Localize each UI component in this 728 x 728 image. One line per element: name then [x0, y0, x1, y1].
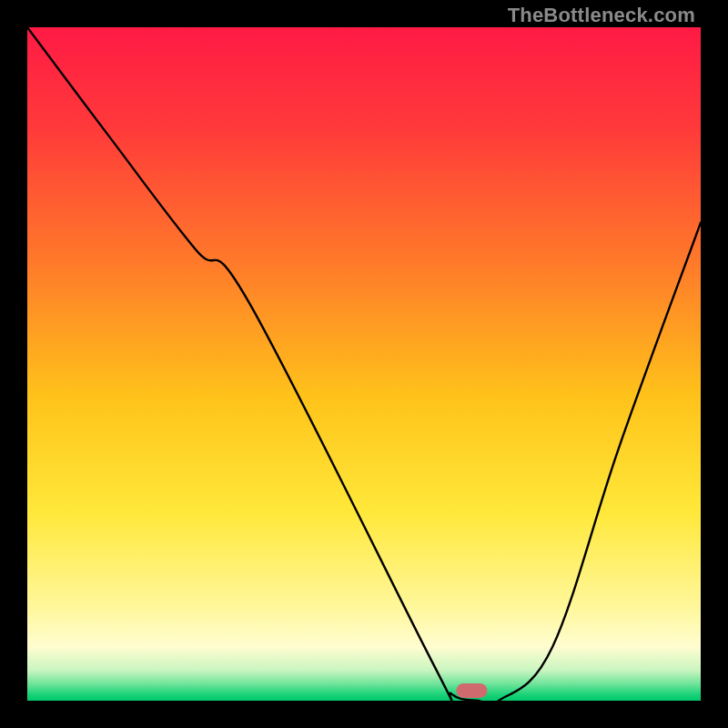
gradient-background — [27, 27, 701, 701]
chart-frame — [27, 27, 701, 701]
watermark-text: TheBottleneck.com — [508, 4, 695, 27]
optimal-marker — [456, 683, 487, 698]
bottleneck-chart — [27, 27, 701, 701]
